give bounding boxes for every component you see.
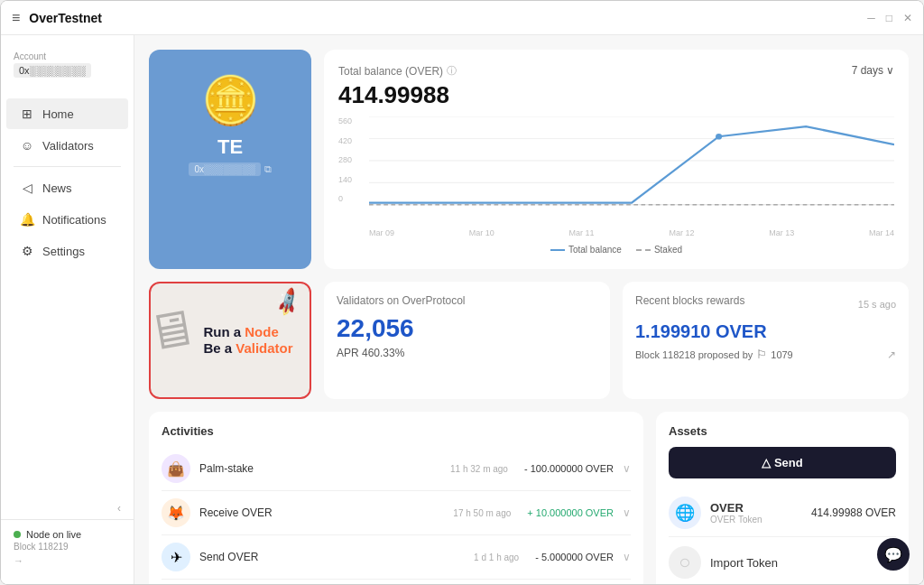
asset-balance-0: 414.99988 OVER — [811, 506, 896, 519]
send-button[interactable]: △ Send — [669, 447, 896, 478]
legend-staked: Staked — [636, 245, 682, 255]
balance-section: Total balance (OVER) ⓘ 414.99988 7 days … — [324, 50, 909, 269]
settings-icon: ⚙ — [19, 244, 35, 258]
app-title: OverTestnet — [29, 11, 867, 25]
sidebar-item-home[interactable]: ⊞ Home — [6, 98, 128, 129]
sidebar-label-settings: Settings — [42, 245, 85, 258]
profile-address: 0x░░░░░░░░ ⧉ — [189, 162, 271, 176]
validators-card: Validators on OverProtocol 22,056 APR 46… — [324, 282, 610, 399]
validators-icon: ☺ — [19, 138, 35, 153]
activity-time-2: 1 d 1 h ago — [474, 552, 519, 562]
promo-line2: Be a Validator — [203, 340, 292, 357]
profile-coin-icon: 🪙 — [201, 73, 260, 128]
sidebar-label-news: News — [42, 181, 72, 195]
sidebar-item-notifications[interactable]: 🔔 Notifications — [6, 204, 128, 235]
legend-staked-line — [636, 249, 651, 251]
bottom-section: Activities 👜 Palm-stake 11 h 32 m ago - … — [149, 412, 909, 584]
activity-chevron-2[interactable]: ∨ — [623, 551, 631, 563]
profile-addr-text: 0x░░░░░░░░ — [189, 162, 260, 176]
promo-rocket-icon: 🚀 — [272, 286, 304, 319]
collapse-icon[interactable]: ‹ — [117, 502, 121, 515]
sidebar-item-news[interactable]: ◁ News — [6, 172, 128, 203]
balance-header: Total balance (OVER) ⓘ 414.99988 7 days … — [338, 64, 894, 109]
window-controls: ─ □ ✕ — [867, 12, 912, 24]
chart-x-labels: Mar 09 Mar 10 Mar 11 Mar 12 Mar 13 Mar 1… — [369, 228, 894, 237]
sidebar-divider — [14, 166, 121, 167]
assets-section: Assets △ Send 🌐 OVER OVER Token 414.9998… — [656, 412, 909, 584]
sidebar-label-home: Home — [42, 107, 74, 121]
sidebar-footer: Node on live Block 118219 → — [1, 519, 134, 575]
block-info: Block 118218 proposed by ⚐ 1079 ↗ — [635, 348, 896, 361]
recent-blocks-timestamp: 15 s ago — [858, 299, 896, 310]
activity-icon-0: 👜 — [162, 454, 190, 483]
activity-time-1: 17 h 50 m ago — [453, 508, 511, 518]
close-icon[interactable]: ✕ — [903, 12, 912, 24]
activity-name-1: Receive OVER — [199, 506, 444, 519]
chart-container: 560 420 280 140 0 — [338, 116, 894, 255]
promo-text: Run a Node Be a Validator — [167, 324, 292, 357]
balance-label: Total balance (OVER) ⓘ — [338, 64, 457, 78]
activity-chevron-1[interactable]: ∨ — [623, 506, 631, 519]
activity-item-1[interactable]: 🦊 Receive OVER 17 h 50 m ago + 10.000000… — [162, 491, 631, 535]
chart-y-labels: 560 420 280 140 0 — [338, 116, 365, 203]
balance-left: Total balance (OVER) ⓘ 414.99988 — [338, 64, 457, 109]
menu-icon[interactable]: ≡ — [12, 10, 20, 26]
activity-chevron-0[interactable]: ∨ — [623, 462, 631, 475]
balance-chart — [369, 116, 894, 207]
activity-item-2[interactable]: ✈ Send OVER 1 d 1 h ago - 5.000000 OVER … — [162, 535, 631, 580]
activity-name-2: Send OVER — [199, 551, 465, 563]
activity-item-0[interactable]: 👜 Palm-stake 11 h 32 m ago - 100.000000 … — [162, 447, 631, 491]
sidebar-expand-icon[interactable]: → — [14, 555, 121, 566]
validators-label: Validators on OverProtocol — [337, 294, 597, 307]
chat-bubble[interactable]: 💬 — [877, 538, 910, 571]
sidebar-label-validators: Validators — [42, 139, 94, 153]
import-token[interactable]: ○ Import Token › — [669, 537, 896, 584]
copy-address-icon[interactable]: ⧉ — [264, 163, 272, 175]
sidebar-item-validators[interactable]: ☺ Validators — [6, 130, 128, 161]
svg-point-5 — [716, 134, 722, 140]
promo-card[interactable]: 🖥 🚀 Run a Node Be a Validator — [149, 282, 311, 399]
asset-item-0: 🌐 OVER OVER Token 414.99988 OVER — [669, 489, 896, 537]
import-token-icon: ○ — [669, 546, 701, 579]
reward-amount: 1.199910 OVER — [635, 321, 896, 342]
chevron-down-icon: ∨ — [886, 64, 894, 77]
minimize-icon[interactable]: ─ — [867, 12, 875, 24]
account-label: Account — [14, 51, 121, 61]
balance-amount: 414.99988 — [338, 81, 457, 109]
account-section: Account 0x░░░░░░░░ — [1, 44, 134, 92]
activity-item-3[interactable]: 🦊 Receive OVER 1 d 12 h ago + 10.000000 … — [162, 580, 631, 584]
block-number: Block 118219 — [14, 542, 121, 552]
activity-amount-0: - 100.000000 OVER — [524, 463, 614, 474]
assets-title: Assets — [669, 424, 896, 438]
sidebar-collapse[interactable]: ‹ — [1, 496, 134, 519]
node-status-label: Node on live — [26, 529, 81, 540]
notifications-icon: 🔔 — [19, 212, 35, 227]
proposer-icon: ⚐ — [756, 348, 767, 361]
activity-icon-1: 🦊 — [162, 498, 190, 527]
balance-info-icon[interactable]: ⓘ — [447, 64, 457, 78]
sidebar-label-notifications: Notifications — [42, 213, 106, 227]
chart-legend: Total balance Staked — [338, 245, 894, 255]
recent-blocks-card: Recent blocks rewards 15 s ago 1.199910 … — [623, 282, 909, 399]
asset-sub-0: OVER Token — [710, 515, 802, 525]
account-address: 0x░░░░░░░░ — [14, 63, 91, 78]
promo-line1: Run a Node — [203, 324, 292, 340]
sidebar-item-settings[interactable]: ⚙ Settings — [6, 236, 128, 266]
external-link-icon[interactable]: ↗ — [887, 348, 896, 361]
activities-title: Activities — [162, 424, 631, 438]
activity-name-0: Palm-stake — [199, 462, 441, 475]
legend-total-line — [550, 249, 565, 251]
news-icon: ◁ — [19, 181, 35, 195]
asset-info-0: OVER OVER Token — [710, 501, 802, 525]
sidebar: Account 0x░░░░░░░░ ⊞ Home ☺ Validators ◁… — [1, 35, 134, 584]
recent-blocks-label: Recent blocks rewards — [635, 294, 744, 307]
maximize-icon[interactable]: □ — [886, 12, 892, 24]
validators-count: 22,056 — [337, 314, 597, 343]
top-section: 🪙 TE 0x░░░░░░░░ ⧉ Total balance (OVER) ⓘ — [149, 50, 909, 269]
activity-icon-2: ✈ — [162, 543, 190, 571]
asset-name-0: OVER — [710, 501, 802, 515]
time-filter[interactable]: 7 days ∨ — [852, 64, 894, 77]
main-content: 🪙 TE 0x░░░░░░░░ ⧉ Total balance (OVER) ⓘ — [134, 35, 923, 584]
home-icon: ⊞ — [19, 107, 35, 121]
app-window: ≡ OverTestnet ─ □ ✕ Account 0x░░░░░░░░ ⊞… — [0, 0, 924, 585]
